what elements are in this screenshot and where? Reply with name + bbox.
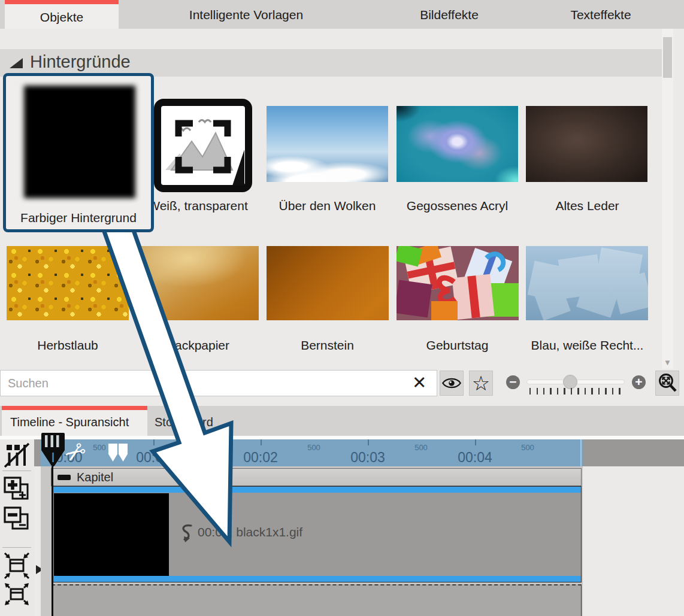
clip-selection-border-bottom: [52, 576, 581, 582]
zoom-in-button[interactable]: +: [632, 375, 646, 389]
playhead-handle[interactable]: [41, 432, 65, 467]
track-filter-icon: [4, 442, 30, 468]
transparent-placeholder-icon: [153, 98, 253, 193]
track-row-empty[interactable]: [52, 584, 582, 616]
section-collapse-icon: [10, 58, 23, 68]
ruler-time-label: 00:04: [458, 450, 492, 466]
animation-squiggle-icon: [178, 524, 194, 543]
expand-all-tracks-button[interactable]: [4, 477, 30, 502]
ruler-sub-label: 500: [93, 443, 106, 452]
item-label: Herbstlaub: [3, 338, 132, 353]
ruler-tick: [368, 439, 369, 445]
chapter-track-header[interactable]: Kapitel: [51, 468, 582, 486]
thumbnail-clouds: [267, 106, 388, 182]
ruler-tick: [261, 439, 262, 445]
item-label: Geburtstag: [392, 338, 522, 353]
thumbnail-acryl: [397, 106, 518, 182]
zoom-out-button[interactable]: −: [506, 375, 520, 389]
slider-tick-marks: [529, 388, 621, 395]
shrink-view-button[interactable]: [4, 552, 30, 579]
ruler-sub-label: 500: [521, 443, 534, 452]
enlarge-view-button[interactable]: [4, 578, 30, 609]
tab-timeline-spuransicht[interactable]: Timeline - Spuransicht: [2, 406, 147, 436]
clear-search-icon[interactable]: ✕: [412, 372, 426, 393]
tab-intelligente-vorlagen[interactable]: Intelligente Vorlagen: [168, 0, 325, 29]
plus-icon: +: [635, 375, 642, 389]
thumbnail-blau-rechtecke: [526, 246, 648, 320]
minus-squares-icon: [4, 506, 30, 532]
eye-icon: [441, 375, 462, 391]
ruler-time-label: 00:02: [243, 450, 278, 466]
ruler-tick: [475, 439, 476, 445]
clip-thumbnail-black: [54, 493, 169, 576]
aquasoft-toolbox-window: Objekte Intelligente Vorlagen Bildeffekt…: [0, 0, 684, 616]
ruler-end-marker: [580, 439, 582, 466]
tab-texteffekte[interactable]: Texteffekte: [524, 0, 677, 29]
ruler-sub-label: 500: [414, 443, 428, 452]
ruler-sub-label: 500: [200, 443, 213, 452]
gifts-image: [397, 246, 519, 320]
blue-rectangles-image: [526, 246, 648, 320]
thumbnail-geburtstag: [397, 246, 519, 320]
gallery-item-farbiger-hintergrund-selected[interactable]: Farbiger Hintergrund: [3, 73, 154, 232]
clip-label: 00:05, black1x1.gif: [198, 525, 302, 539]
item-label: Farbiger Hintergrund: [6, 211, 151, 225]
clip-selection-border-top: [52, 487, 581, 493]
ruler-tick: [153, 439, 155, 445]
thumbnail-backpapier: [137, 246, 259, 320]
item-label: Bernstein: [262, 338, 392, 353]
tab-objekte[interactable]: Objekte: [5, 0, 119, 29]
ruler-left-spacer: [34, 439, 41, 466]
item-label: Backpapier: [133, 338, 263, 353]
timeline-clip-black1x1[interactable]: 00:05, black1x1.gif: [52, 486, 582, 582]
minus-icon: −: [509, 375, 516, 389]
thumbnail-herbstlaub: [7, 246, 129, 320]
track-filter-button[interactable]: [4, 442, 30, 468]
arrows-outward-icon: [4, 578, 30, 609]
panel-scrollbar-track[interactable]: [662, 29, 673, 369]
track-title: Kapitel: [77, 469, 113, 485]
collapse-track-icon[interactable]: [57, 475, 71, 480]
thumbnail-bernstein: [267, 246, 389, 320]
thumbnail-weiss-transparent: [153, 98, 253, 193]
tab-bildeffekte[interactable]: Bildeffekte: [371, 0, 527, 29]
ruler-time-label: 00:03: [350, 450, 385, 466]
plus-squares-icon: [4, 477, 30, 502]
main-tabbar: Objekte Intelligente Vorlagen Bildeffekt…: [0, 0, 684, 29]
playhead-line[interactable]: [52, 466, 53, 616]
collapse-all-tracks-button[interactable]: [4, 506, 30, 532]
zoom-reset-button[interactable]: [655, 371, 679, 396]
item-label: Gegossenes Acryl: [392, 199, 522, 213]
magnifier-expand-icon: [656, 372, 679, 395]
scrollbar-down-arrow-icon[interactable]: ▼: [662, 357, 673, 368]
panel-scrollbar-thumb[interactable]: [663, 37, 672, 78]
item-label: Blau, weiße Recht...: [522, 338, 652, 353]
favorites-star-button[interactable]: ☆: [469, 371, 493, 396]
search-input[interactable]: [0, 370, 437, 396]
ruler-time-label: 00:01: [136, 450, 171, 466]
item-label: Altes Leder: [522, 199, 652, 213]
thumbnail-black-background: [24, 86, 135, 198]
divider: [2, 471, 31, 471]
preview-eye-button[interactable]: [440, 371, 464, 396]
tab-storyboard[interactable]: Storyboard: [155, 406, 213, 436]
section-title: Hintergründe: [30, 52, 131, 72]
item-label: Über den Wolken: [262, 199, 392, 213]
divider: [2, 547, 31, 548]
ruler-sub-label: 500: [307, 443, 320, 452]
ruler-right-spacer: [583, 439, 684, 466]
arrows-inward-icon: [4, 552, 30, 579]
star-icon: ☆: [472, 371, 490, 395]
timeline-toolbar: [0, 439, 34, 616]
thumbnail-leather: [526, 106, 647, 182]
slider-thumb[interactable]: [563, 375, 577, 389]
